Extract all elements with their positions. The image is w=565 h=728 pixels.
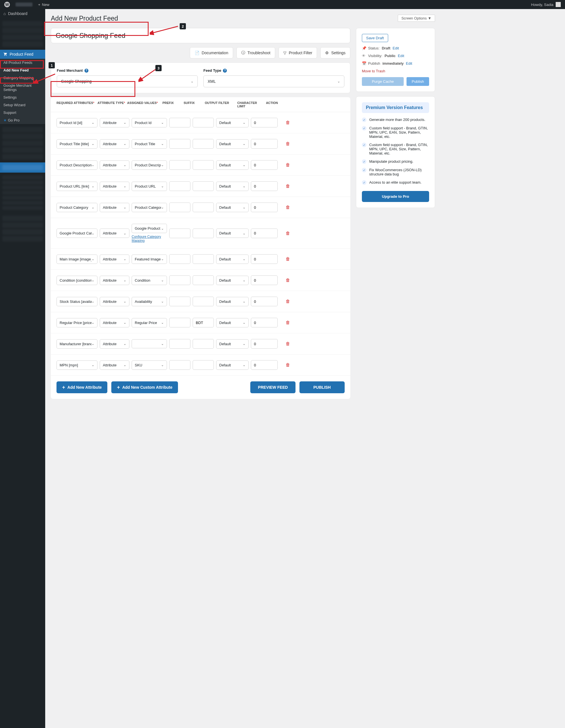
edit-visibility-link[interactable]: Edit <box>398 54 404 58</box>
suffix-input[interactable] <box>193 254 214 264</box>
suffix-input[interactable] <box>193 139 214 149</box>
assigned-value-select[interactable]: Product Categories⌄ <box>132 203 167 212</box>
trash-icon[interactable]: 🗑 <box>286 120 290 125</box>
howdy-text[interactable]: Howdy, Sadia <box>531 3 553 7</box>
trash-icon[interactable]: 🗑 <box>286 205 290 210</box>
suffix-input[interactable] <box>193 118 214 127</box>
trash-icon[interactable]: 🗑 <box>286 341 290 346</box>
trash-icon[interactable]: 🗑 <box>286 257 290 261</box>
char-limit-input[interactable] <box>251 118 278 127</box>
help-icon[interactable]: ? <box>223 69 227 73</box>
attr-type-select[interactable]: Attribute⌄ <box>100 160 129 170</box>
char-limit-input[interactable] <box>251 318 278 327</box>
required-attr-select[interactable]: Product Description⌄ <box>57 160 97 170</box>
attr-type-select[interactable]: Attribute⌄ <box>100 339 129 349</box>
output-filter-select[interactable]: Default⌄ <box>216 229 249 238</box>
prefix-input[interactable] <box>169 229 190 238</box>
suffix-input[interactable] <box>193 297 214 306</box>
sidebar-subitem[interactable]: Google Merchant Settings <box>0 82 45 94</box>
screen-options-button[interactable]: Screen Options ▼ <box>398 15 435 22</box>
troubleshoot-button[interactable]: ⓘTroubleshoot <box>236 47 275 58</box>
configure-category-link[interactable]: Configure Category Mapping <box>132 235 167 243</box>
product-filter-button[interactable]: ▽Product Filter <box>279 47 317 58</box>
trash-icon[interactable]: 🗑 <box>286 278 290 282</box>
suffix-input[interactable] <box>193 339 214 349</box>
output-filter-select[interactable]: Default⌄ <box>216 360 249 370</box>
prefix-input[interactable] <box>169 254 190 264</box>
char-limit-input[interactable] <box>251 139 278 149</box>
output-filter-select[interactable]: Default⌄ <box>216 255 249 264</box>
sidebar-subitem[interactable]: All Product Feeds <box>0 59 45 66</box>
prefix-input[interactable] <box>169 203 190 212</box>
attr-type-select[interactable]: Attribute⌄ <box>100 229 129 238</box>
attr-type-select[interactable]: Attribute⌄ <box>100 318 129 327</box>
output-filter-select[interactable]: Default⌄ <box>216 182 249 191</box>
new-button[interactable]: +New <box>38 3 49 7</box>
trash-icon[interactable]: 🗑 <box>286 162 290 167</box>
suffix-input[interactable] <box>193 181 214 191</box>
required-attr-select[interactable]: Product URL [link]⌄ <box>57 182 97 191</box>
required-attr-select[interactable]: Product Category⌄ <box>57 203 97 212</box>
trash-icon[interactable]: 🗑 <box>286 320 290 325</box>
publish-side-button[interactable]: Publish <box>407 77 429 86</box>
edit-publish-link[interactable]: Edit <box>406 61 412 66</box>
output-filter-select[interactable]: Default⌄ <box>216 118 249 127</box>
output-filter-select[interactable]: Default⌄ <box>216 160 249 170</box>
trash-icon[interactable]: 🗑 <box>286 141 290 146</box>
required-attr-select[interactable]: MPN [mpn]⌄ <box>57 360 97 370</box>
suffix-input[interactable] <box>193 275 214 285</box>
attr-type-select[interactable]: Attribute⌄ <box>100 118 129 127</box>
char-limit-input[interactable] <box>251 160 278 170</box>
required-attr-select[interactable]: Main Image [image_link]⌄ <box>57 255 97 264</box>
output-filter-select[interactable]: Default⌄ <box>216 139 249 149</box>
add-custom-attribute-button[interactable]: +Add New Custom Attribute <box>111 381 178 393</box>
attr-type-select[interactable]: Attribute⌄ <box>100 360 129 370</box>
output-filter-select[interactable]: Default⌄ <box>216 318 249 327</box>
assigned-value-select[interactable]: Product Description⌄ <box>132 160 167 170</box>
suffix-input[interactable] <box>193 160 214 170</box>
char-limit-input[interactable] <box>251 360 278 370</box>
publish-button[interactable]: PUBLISH <box>299 381 345 393</box>
char-limit-input[interactable] <box>251 297 278 306</box>
assigned-value-select[interactable]: Condition⌄ <box>132 276 167 285</box>
suffix-input[interactable] <box>193 203 214 212</box>
sidebar-product-feed[interactable]: Product Feed <box>0 50 45 59</box>
sidebar-subitem[interactable]: Settings <box>0 94 45 101</box>
output-filter-select[interactable]: Default⌄ <box>216 203 249 212</box>
save-draft-button[interactable]: Save Draft <box>362 34 388 42</box>
suffix-input[interactable] <box>193 318 214 327</box>
sidebar-subitem[interactable]: Add New Feed <box>0 66 45 74</box>
prefix-input[interactable] <box>169 297 190 306</box>
required-attr-select[interactable]: Stock Status [availability]⌄ <box>57 297 97 306</box>
sidebar-subitem[interactable]: Category Mapping <box>0 74 45 82</box>
char-limit-input[interactable] <box>251 254 278 264</box>
prefix-input[interactable] <box>169 318 190 327</box>
upgrade-to-pro-button[interactable]: Upgrade to Pro <box>362 191 429 202</box>
prefix-input[interactable] <box>169 275 190 285</box>
sidebar-subitem[interactable]: ★Go Pro <box>0 116 45 124</box>
output-filter-select[interactable]: Default⌄ <box>216 297 249 306</box>
avatar-icon[interactable] <box>556 2 561 7</box>
attr-type-select[interactable]: Attribute⌄ <box>100 297 129 306</box>
char-limit-input[interactable] <box>251 181 278 191</box>
documentation-button[interactable]: 📄Documentation <box>190 47 233 58</box>
char-limit-input[interactable] <box>251 229 278 238</box>
output-filter-select[interactable]: Default⌄ <box>216 276 249 285</box>
edit-status-link[interactable]: Edit <box>393 46 399 50</box>
required-attr-select[interactable]: Regular Price [price]⌄ <box>57 318 97 327</box>
assigned-value-select[interactable]: Product Id⌄ <box>132 118 167 127</box>
trash-icon[interactable]: 🗑 <box>286 362 290 367</box>
trash-icon[interactable]: 🗑 <box>286 184 290 188</box>
purge-cache-button[interactable]: Purge Cache <box>362 77 404 86</box>
move-to-trash-link[interactable]: Move to Trash <box>362 69 429 73</box>
attr-type-select[interactable]: Attribute⌄ <box>100 276 129 285</box>
help-icon[interactable]: ? <box>84 69 88 73</box>
attr-type-select[interactable]: Attribute⌄ <box>100 255 129 264</box>
required-attr-select[interactable]: Product Title [title]⌄ <box>57 139 97 149</box>
assigned-value-select[interactable]: Google Product Category⌄ <box>132 224 167 233</box>
prefix-input[interactable] <box>169 360 190 370</box>
required-attr-select[interactable]: Product Id [id]⌄ <box>57 118 97 127</box>
attr-type-select[interactable]: Attribute⌄ <box>100 139 129 149</box>
char-limit-input[interactable] <box>251 203 278 212</box>
sidebar-subitem[interactable]: Setup Wizard <box>0 101 45 109</box>
